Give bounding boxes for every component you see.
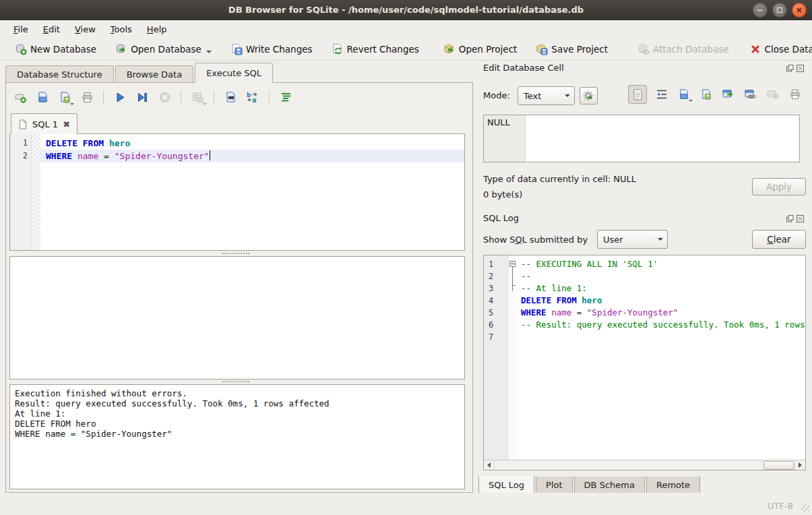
log-horizontal-scrollbar[interactable] <box>484 460 805 470</box>
sql-log-view[interactable]: 1 2 3 4 5 6 7 -- EXECUTING ALL IN 'SQL 1… <box>483 255 806 471</box>
execute-line-icon[interactable] <box>134 89 150 105</box>
fold-marker-icon[interactable] <box>509 261 516 267</box>
log-line-numbers: 1 2 3 4 5 6 7 <box>484 255 508 470</box>
dock-tab-db-schema[interactable]: DB Schema <box>574 477 645 495</box>
auto-switch-mode-button[interactable] <box>580 87 598 104</box>
revert-changes-icon <box>332 43 344 55</box>
set-null-icon[interactable] <box>766 87 780 102</box>
sql-file-icon <box>18 119 28 129</box>
cell-text-area[interactable] <box>526 115 799 162</box>
export-data-icon[interactable] <box>699 87 714 102</box>
float-panel-icon[interactable] <box>786 64 794 71</box>
dock-tab-plot[interactable]: Plot <box>536 477 573 495</box>
cell-value-editor[interactable]: NULL <box>483 115 800 162</box>
mode-select[interactable]: Text <box>518 86 575 105</box>
import-dropdown-caret[interactable] <box>689 100 693 102</box>
open-database-button[interactable]: Open Database <box>110 40 217 58</box>
menu-bar: File Edit View Tools Help <box>0 20 812 38</box>
save-results-dropdown-caret[interactable] <box>203 103 207 105</box>
float-panel-icon[interactable] <box>786 214 794 222</box>
log-filter-label: Show SQL submitted by <box>483 235 588 245</box>
svg-text:a: a <box>252 96 257 104</box>
menu-help[interactable]: Help <box>140 22 174 36</box>
text-cursor <box>210 150 210 160</box>
resize-grip[interactable] <box>801 504 809 512</box>
sql-tab-label: SQL 1 <box>32 119 58 129</box>
title-bar[interactable]: DB Browser for SQLite - /home/user/code/… <box>0 0 812 20</box>
tab-execute-sql[interactable]: Execute SQL <box>195 63 273 83</box>
new-sql-tab-icon[interactable] <box>12 89 28 105</box>
apply-button[interactable]: Apply <box>752 178 806 195</box>
stop-icon[interactable] <box>156 89 173 105</box>
sql-toolbar: b a <box>12 89 294 105</box>
new-database-icon <box>15 43 27 55</box>
print-cell-icon[interactable] <box>788 87 803 102</box>
log-filter-select[interactable]: User <box>597 230 668 249</box>
save-results-icon[interactable] <box>189 89 206 105</box>
editor-line-numbers: 1 2 <box>10 134 32 250</box>
close-database-icon <box>749 43 761 55</box>
close-panel-icon[interactable] <box>797 214 804 222</box>
menu-edit[interactable]: Edit <box>36 22 67 36</box>
encoding-indicator[interactable]: UTF-8 <box>768 501 793 511</box>
scroll-right-icon[interactable] <box>794 460 805 470</box>
execute-all-icon[interactable] <box>112 89 128 105</box>
save-sql-dropdown-caret[interactable] <box>70 103 74 105</box>
close-database-button[interactable]: Close Database <box>744 40 812 58</box>
sql-editor[interactable]: 1 2 DELETE FROM hero WHERE name = "Spide… <box>9 133 465 251</box>
text-mode-toggle-icon[interactable] <box>628 85 647 104</box>
results-messages-splitter[interactable] <box>222 381 249 382</box>
editor-line-2: WHERE name = "Spider-Youngster" <box>40 150 464 162</box>
link-cell-icon[interactable] <box>743 87 758 102</box>
gear-refresh-icon <box>583 90 594 102</box>
clear-log-button[interactable]: Clear <box>752 230 806 249</box>
log-code-area: -- EXECUTING ALL IN 'SQL 1' -- -- At lin… <box>518 255 805 470</box>
print-sql-icon[interactable] <box>79 89 95 105</box>
sql-tab-close-icon[interactable]: ✖ <box>63 119 70 129</box>
close-panel-icon[interactable] <box>797 64 804 71</box>
revert-changes-button[interactable]: Revert Changes <box>326 40 425 58</box>
window-controls <box>753 3 807 18</box>
minimize-icon[interactable] <box>753 3 768 18</box>
menu-file[interactable]: File <box>7 22 35 36</box>
open-database-icon <box>115 43 127 55</box>
sql-log-dock-buttons <box>786 214 804 222</box>
menu-view[interactable]: View <box>68 22 102 36</box>
open-database-dropdown-caret[interactable] <box>206 51 212 53</box>
open-in-app-icon[interactable] <box>721 87 736 102</box>
scroll-left-icon[interactable] <box>484 460 495 470</box>
find-icon[interactable] <box>222 89 239 105</box>
sql-toolbar-separator <box>103 90 104 104</box>
save-project-button[interactable]: Save Project <box>530 40 613 58</box>
save-sql-file-icon[interactable] <box>57 89 73 105</box>
sql-log-title: SQL Log <box>483 213 519 223</box>
right-dock: Edit Database Cell Mode: Text <box>478 61 808 496</box>
window-title: DB Browser for SQLite - /home/user/code/… <box>0 5 812 15</box>
format-sql-icon[interactable] <box>278 89 294 105</box>
replace-icon[interactable]: b a <box>245 89 261 105</box>
word-wrap-icon[interactable] <box>654 87 669 102</box>
execution-messages[interactable]: Execution finished without errors. Resul… <box>9 384 465 489</box>
attach-database-button[interactable]: Attach Database <box>632 40 735 58</box>
tab-browse-data[interactable]: Browse Data <box>115 65 194 83</box>
sql-toolbar-separator <box>181 90 181 104</box>
edit-cell-title: Edit Database Cell <box>483 63 564 73</box>
new-database-button[interactable]: New Database <box>9 40 102 58</box>
dock-tab-sql-log[interactable]: SQL Log <box>478 476 534 495</box>
results-pane[interactable] <box>9 256 465 380</box>
open-project-button[interactable]: Open Project <box>438 40 523 58</box>
menu-tools[interactable]: Tools <box>104 22 139 36</box>
write-changes-button[interactable]: Write Changes <box>225 40 318 58</box>
import-data-icon[interactable] <box>677 87 691 102</box>
sql-tab[interactable]: SQL 1 ✖ <box>11 113 77 134</box>
tab-database-structure[interactable]: Database Structure <box>5 65 114 83</box>
close-icon[interactable] <box>792 3 807 18</box>
editor-results-splitter[interactable] <box>222 253 249 254</box>
maximize-icon[interactable] <box>772 3 787 18</box>
scrollbar-thumb[interactable] <box>763 461 794 470</box>
dock-tab-remote[interactable]: Remote <box>646 477 700 495</box>
open-sql-file-icon[interactable] <box>34 89 51 105</box>
main-tab-bar: Database Structure Browse Data Execute S… <box>5 63 274 83</box>
log-fold-margin <box>508 255 518 470</box>
editor-code-area[interactable]: DELETE FROM hero WHERE name = "Spider-Yo… <box>40 134 464 250</box>
